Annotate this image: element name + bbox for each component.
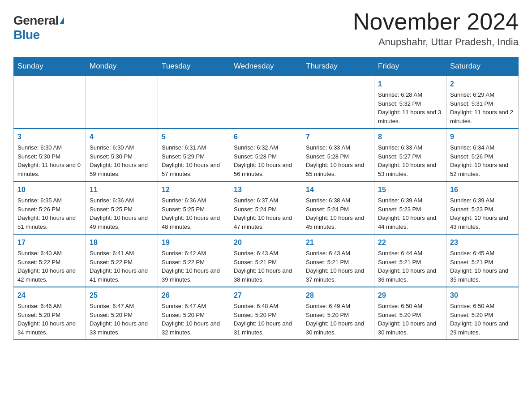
calendar-cell: [14, 76, 86, 128]
title-area: November 2024 Anupshahr, Uttar Pradesh, …: [353, 9, 519, 48]
weekday-header-monday: Monday: [86, 57, 158, 76]
calendar-cell: 5Sunrise: 6:31 AM Sunset: 5:29 PM Daylig…: [158, 128, 230, 181]
calendar-cell: 9Sunrise: 6:34 AM Sunset: 5:26 PM Daylig…: [446, 128, 519, 181]
cell-day-number: 16: [450, 184, 515, 195]
cell-day-number: 9: [450, 132, 515, 142]
cell-sun-info: Sunrise: 6:37 AM Sunset: 5:24 PM Dayligh…: [234, 196, 298, 231]
cell-sun-info: Sunrise: 6:47 AM Sunset: 5:20 PM Dayligh…: [90, 302, 154, 337]
weekday-header-wednesday: Wednesday: [230, 57, 302, 76]
calendar-cell: 26Sunrise: 6:47 AM Sunset: 5:20 PM Dayli…: [158, 287, 230, 340]
cell-day-number: 30: [450, 290, 515, 301]
cell-day-number: 22: [378, 237, 442, 248]
calendar-cell: 1Sunrise: 6:28 AM Sunset: 5:32 PM Daylig…: [374, 76, 446, 128]
calendar-cell: 14Sunrise: 6:38 AM Sunset: 5:24 PM Dayli…: [302, 181, 374, 234]
cell-sun-info: Sunrise: 6:39 AM Sunset: 5:23 PM Dayligh…: [378, 196, 442, 231]
calendar-cell: 17Sunrise: 6:40 AM Sunset: 5:22 PM Dayli…: [14, 234, 86, 287]
cell-sun-info: Sunrise: 6:50 AM Sunset: 5:20 PM Dayligh…: [450, 302, 515, 337]
calendar-cell: 29Sunrise: 6:50 AM Sunset: 5:20 PM Dayli…: [374, 287, 446, 340]
cell-day-number: 15: [378, 184, 442, 195]
cell-day-number: 21: [306, 237, 370, 248]
logo: General Blue: [13, 9, 64, 42]
calendar-cell: 16Sunrise: 6:39 AM Sunset: 5:23 PM Dayli…: [446, 181, 519, 234]
cell-day-number: 20: [234, 237, 298, 248]
cell-sun-info: Sunrise: 6:29 AM Sunset: 5:31 PM Dayligh…: [450, 90, 515, 125]
cell-sun-info: Sunrise: 6:49 AM Sunset: 5:20 PM Dayligh…: [306, 302, 370, 337]
calendar-cell: 21Sunrise: 6:43 AM Sunset: 5:21 PM Dayli…: [302, 234, 374, 287]
calendar-cell: 2Sunrise: 6:29 AM Sunset: 5:31 PM Daylig…: [446, 76, 519, 128]
calendar-week-row: 24Sunrise: 6:46 AM Sunset: 5:20 PM Dayli…: [14, 287, 519, 340]
calendar-cell: 22Sunrise: 6:44 AM Sunset: 5:21 PM Dayli…: [374, 234, 446, 287]
calendar-cell: 28Sunrise: 6:49 AM Sunset: 5:20 PM Dayli…: [302, 287, 374, 340]
calendar-cell: 19Sunrise: 6:42 AM Sunset: 5:22 PM Dayli…: [158, 234, 230, 287]
cell-sun-info: Sunrise: 6:39 AM Sunset: 5:23 PM Dayligh…: [450, 196, 515, 231]
calendar-cell: 8Sunrise: 6:33 AM Sunset: 5:27 PM Daylig…: [374, 128, 446, 181]
cell-day-number: 24: [17, 290, 82, 301]
cell-sun-info: Sunrise: 6:44 AM Sunset: 5:21 PM Dayligh…: [378, 249, 442, 284]
cell-day-number: 3: [17, 132, 82, 142]
cell-sun-info: Sunrise: 6:31 AM Sunset: 5:29 PM Dayligh…: [162, 143, 226, 178]
cell-sun-info: Sunrise: 6:41 AM Sunset: 5:22 PM Dayligh…: [90, 249, 154, 284]
cell-sun-info: Sunrise: 6:36 AM Sunset: 5:25 PM Dayligh…: [162, 196, 226, 231]
cell-sun-info: Sunrise: 6:33 AM Sunset: 5:27 PM Dayligh…: [378, 143, 442, 178]
calendar-cell: 27Sunrise: 6:48 AM Sunset: 5:20 PM Dayli…: [230, 287, 302, 340]
calendar-cell: 25Sunrise: 6:47 AM Sunset: 5:20 PM Dayli…: [86, 287, 158, 340]
cell-day-number: 6: [234, 132, 298, 142]
cell-day-number: 4: [90, 132, 154, 142]
cell-day-number: 19: [162, 237, 226, 248]
cell-sun-info: Sunrise: 6:48 AM Sunset: 5:20 PM Dayligh…: [234, 302, 298, 337]
month-title: November 2024: [353, 9, 519, 34]
calendar-cell: 12Sunrise: 6:36 AM Sunset: 5:25 PM Dayli…: [158, 181, 230, 234]
calendar-cell: 4Sunrise: 6:30 AM Sunset: 5:30 PM Daylig…: [86, 128, 158, 181]
cell-day-number: 23: [450, 237, 515, 248]
calendar-cell: 6Sunrise: 6:32 AM Sunset: 5:28 PM Daylig…: [230, 128, 302, 181]
calendar-cell: [302, 76, 374, 128]
cell-sun-info: Sunrise: 6:35 AM Sunset: 5:26 PM Dayligh…: [17, 196, 82, 231]
cell-sun-info: Sunrise: 6:40 AM Sunset: 5:22 PM Dayligh…: [17, 249, 82, 284]
cell-sun-info: Sunrise: 6:34 AM Sunset: 5:26 PM Dayligh…: [450, 143, 515, 178]
location-title: Anupshahr, Uttar Pradesh, India: [353, 36, 519, 48]
cell-day-number: 18: [90, 237, 154, 248]
cell-day-number: 13: [234, 184, 298, 195]
cell-day-number: 7: [306, 132, 370, 142]
cell-day-number: 8: [378, 132, 442, 142]
logo-triangle-icon: [60, 17, 64, 24]
cell-sun-info: Sunrise: 6:36 AM Sunset: 5:25 PM Dayligh…: [90, 196, 154, 231]
cell-sun-info: Sunrise: 6:38 AM Sunset: 5:24 PM Dayligh…: [306, 196, 370, 231]
logo-general-text: General: [13, 13, 59, 28]
cell-sun-info: Sunrise: 6:45 AM Sunset: 5:21 PM Dayligh…: [450, 249, 515, 284]
cell-day-number: 28: [306, 290, 370, 301]
cell-day-number: 5: [162, 132, 226, 142]
cell-day-number: 25: [90, 290, 154, 301]
calendar-cell: 10Sunrise: 6:35 AM Sunset: 5:26 PM Dayli…: [14, 181, 86, 234]
calendar-cell: 11Sunrise: 6:36 AM Sunset: 5:25 PM Dayli…: [86, 181, 158, 234]
cell-sun-info: Sunrise: 6:42 AM Sunset: 5:22 PM Dayligh…: [162, 249, 226, 284]
calendar-week-row: 1Sunrise: 6:28 AM Sunset: 5:32 PM Daylig…: [14, 76, 519, 128]
calendar-cell: 24Sunrise: 6:46 AM Sunset: 5:20 PM Dayli…: [14, 287, 86, 340]
cell-day-number: 26: [162, 290, 226, 301]
cell-sun-info: Sunrise: 6:47 AM Sunset: 5:20 PM Dayligh…: [162, 302, 226, 337]
calendar-cell: 15Sunrise: 6:39 AM Sunset: 5:23 PM Dayli…: [374, 181, 446, 234]
cell-sun-info: Sunrise: 6:50 AM Sunset: 5:20 PM Dayligh…: [378, 302, 442, 337]
cell-day-number: 17: [17, 237, 82, 248]
cell-day-number: 10: [17, 184, 82, 195]
cell-sun-info: Sunrise: 6:43 AM Sunset: 5:21 PM Dayligh…: [234, 249, 298, 284]
calendar-table: SundayMondayTuesdayWednesdayThursdayFrid…: [13, 57, 519, 340]
weekday-header-saturday: Saturday: [446, 57, 519, 76]
cell-day-number: 1: [378, 79, 442, 90]
logo-blue-text: Blue: [13, 28, 40, 42]
cell-sun-info: Sunrise: 6:46 AM Sunset: 5:20 PM Dayligh…: [17, 302, 82, 337]
weekday-header-sunday: Sunday: [14, 57, 86, 76]
cell-day-number: 29: [378, 290, 442, 301]
cell-day-number: 11: [90, 184, 154, 195]
calendar-cell: [86, 76, 158, 128]
weekday-header-tuesday: Tuesday: [158, 57, 230, 76]
weekday-header-friday: Friday: [374, 57, 446, 76]
cell-sun-info: Sunrise: 6:32 AM Sunset: 5:28 PM Dayligh…: [234, 143, 298, 178]
cell-sun-info: Sunrise: 6:33 AM Sunset: 5:28 PM Dayligh…: [306, 143, 370, 178]
cell-sun-info: Sunrise: 6:30 AM Sunset: 5:30 PM Dayligh…: [17, 143, 82, 178]
cell-sun-info: Sunrise: 6:43 AM Sunset: 5:21 PM Dayligh…: [306, 249, 370, 284]
calendar-cell: 13Sunrise: 6:37 AM Sunset: 5:24 PM Dayli…: [230, 181, 302, 234]
cell-sun-info: Sunrise: 6:30 AM Sunset: 5:30 PM Dayligh…: [90, 143, 154, 178]
weekday-header-thursday: Thursday: [302, 57, 374, 76]
calendar-cell: 18Sunrise: 6:41 AM Sunset: 5:22 PM Dayli…: [86, 234, 158, 287]
